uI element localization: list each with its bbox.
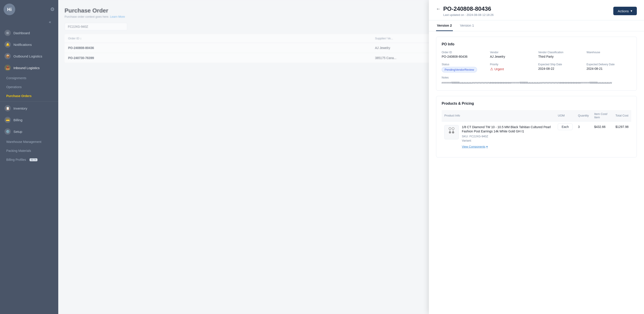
collapse-icon[interactable]: « — [45, 18, 55, 26]
product-info-cell: 1/8 CT Diamond TW 10 - 10.5 MM Black Tah… — [442, 121, 555, 152]
dashboard-icon: ⊞ — [4, 30, 11, 36]
detail-title: PO-240808-80436 — [443, 5, 491, 12]
sidebar-item-billing-profiles[interactable]: Billing Profiles BETA — [0, 155, 58, 164]
detail-title-row: ← PO-240808-80436 — [436, 5, 494, 12]
tab-version1[interactable]: Version 1 — [459, 20, 475, 31]
product-sku: SKU: FC2JXG-940Z — [462, 135, 552, 138]
sidebar-item-label: Billing — [14, 118, 22, 122]
sidebar-item-billing[interactable]: 💳 Billing — [0, 114, 58, 126]
order-id-cell[interactable]: PO-240808-80436 — [64, 43, 371, 53]
notes-section: Notes rrrrrrrrrrttttttttttuuuuuuuuvvvvvv… — [442, 76, 631, 85]
detail-panel: ← PO-240808-80436 Last updated on : 2024… — [429, 0, 644, 314]
svg-point-5 — [452, 131, 454, 134]
product-name: 1/8 CT Diamond TW 10 - 10.5 MM Black Tah… — [462, 125, 552, 134]
sidebar-item-label: Inbound Logistics — [14, 66, 40, 70]
item-cost-value: $432.66 — [594, 125, 606, 129]
col-item-cost: Item Cost/ Item — [592, 110, 613, 122]
col-quantity: Quantity — [575, 110, 591, 122]
detail-tabs: Version 2 Version 1 — [429, 20, 644, 31]
beta-badge: BETA — [30, 158, 38, 161]
order-id-cell[interactable]: PO-240730-76399 — [64, 53, 371, 63]
sidebar-item-warehouse-management[interactable]: Warehouse Management — [0, 137, 58, 146]
detail-body: PO Info Order ID PO-240808-80436 Vendor … — [429, 31, 644, 168]
inbound-logistics-icon: 📥 — [4, 65, 11, 71]
sidebar-item-notifications[interactable]: 🔔 Notifications — [0, 39, 58, 50]
sidebar-item-inbound-logistics[interactable]: 📥 Inbound Logistics — [0, 62, 58, 74]
product-variant: Variant: — [462, 139, 552, 142]
outbound-logistics-icon: 📦 — [4, 53, 11, 59]
expected-ship-field: Expected Ship Date 2024-08-22 — [538, 63, 583, 72]
product-row: 1/8 CT Diamond TW 10 - 10.5 MM Black Tah… — [442, 121, 631, 152]
sidebar-item-label: Purchase Orders — [6, 94, 32, 98]
product-image — [444, 125, 459, 139]
po-info-grid: Order ID PO-240808-80436 Vendor AJ Jewel… — [442, 51, 631, 72]
actions-button[interactable]: Actions ▾ — [613, 7, 637, 15]
sidebar-item-dashboard[interactable]: ⊞ Dashboard — [0, 27, 58, 39]
total-cost-value: $1297.98 — [616, 125, 628, 129]
warning-icon: ⚠ — [490, 67, 493, 71]
products-pricing-title: Products & Pricing — [442, 102, 631, 106]
quantity-value: 3 — [578, 125, 580, 129]
sidebar-item-operations[interactable]: Operations — [0, 83, 58, 91]
tab-version2[interactable]: Version 2 — [436, 20, 453, 31]
chevron-down-icon: ▾ — [486, 145, 488, 148]
gear-icon[interactable]: ⚙ — [50, 6, 55, 12]
sidebar-item-inventory[interactable]: 📋 Inventory — [0, 102, 58, 114]
last-updated-text: Last updated on : 2024-08-08 12:18:26 — [443, 13, 494, 16]
sidebar-item-label: Consignments — [6, 76, 26, 80]
earring-icon — [447, 127, 456, 138]
sidebar-item-label: Packing Materials — [6, 149, 31, 153]
back-arrow-icon[interactable]: ← — [436, 6, 440, 11]
sidebar-item-label: Outbound Logistics — [14, 54, 42, 58]
sidebar: Hi ⚙ « ⊞ Dashboard 🔔 Notifications 📦 Out… — [0, 0, 58, 314]
search-input[interactable] — [64, 23, 127, 30]
vendor-classification-field: Vendor Classification Third Party — [538, 51, 583, 58]
product-quantity-cell: 3 — [575, 121, 591, 152]
sidebar-divider — [0, 101, 58, 102]
setup-icon: ⚙️ — [4, 128, 11, 135]
order-id-field: Order ID PO-240808-80436 — [442, 51, 486, 58]
sidebar-item-label: Setup — [14, 130, 22, 134]
notifications-icon: 🔔 — [4, 41, 11, 48]
expected-delivery-field: Expected Delivery Date 2024-08-21 — [587, 63, 632, 72]
sidebar-logo[interactable]: Hi — [4, 3, 15, 15]
status-field: Status PendingVendorReview — [442, 63, 486, 72]
inventory-icon: 📋 — [4, 105, 11, 111]
product-item-cost-cell: $432.66 — [592, 121, 613, 152]
vendor-field: Vendor AJ Jewelry — [490, 51, 535, 58]
svg-point-2 — [449, 131, 451, 134]
col-product-info: Product Info — [442, 110, 555, 122]
learn-more-link[interactable]: Learn More — [110, 15, 125, 18]
sidebar-item-setup[interactable]: ⚙️ Setup — [0, 126, 58, 137]
product-total-cost-cell: $1297.98 — [613, 121, 631, 152]
detail-header-left: ← PO-240808-80436 Last updated on : 2024… — [436, 5, 494, 16]
product-uom-cell: Each — [555, 121, 575, 152]
po-info-section: PO Info Order ID PO-240808-80436 Vendor … — [436, 37, 637, 91]
status-badge: PendingVendorReview — [442, 67, 477, 72]
priority-value: ⚠ Urgent — [490, 67, 535, 71]
uom-badge: Each — [558, 124, 572, 130]
main-content: Purchase Order Purchase order context go… — [58, 0, 644, 314]
sidebar-item-consignments[interactable]: Consignments — [0, 74, 58, 83]
sidebar-item-label: Notifications — [14, 43, 32, 46]
sidebar-header: Hi ⚙ — [0, 0, 58, 19]
svg-point-3 — [452, 128, 454, 130]
priority-field: Priority ⚠ Urgent — [490, 63, 535, 72]
products-table: Product Info UOM Quantity Item Cost/ Ite… — [442, 110, 631, 152]
po-info-title: PO Info — [442, 42, 631, 46]
sidebar-item-label: Warehouse Management — [6, 140, 42, 144]
sidebar-nav: ⊞ Dashboard 🔔 Notifications 📦 Outbound L… — [0, 25, 58, 166]
col-total-cost: Total Cost — [613, 110, 631, 122]
view-components-button[interactable]: View Components ▾ — [462, 145, 552, 148]
sidebar-item-packing-materials[interactable]: Packing Materials — [0, 146, 58, 155]
col-uom: UOM — [555, 110, 575, 122]
sidebar-item-purchase-orders[interactable]: Purchase Orders — [0, 91, 58, 100]
sidebar-item-label: Operations — [6, 85, 22, 89]
chevron-down-icon: ▾ — [630, 9, 632, 13]
svg-point-0 — [449, 128, 451, 130]
sidebar-item-label: Dashboard — [14, 31, 30, 35]
sidebar-item-outbound-logistics[interactable]: 📦 Outbound Logistics — [0, 50, 58, 62]
sidebar-item-label: Inventory — [14, 107, 27, 110]
sidebar-item-label: Billing Profiles — [6, 158, 26, 161]
detail-header: ← PO-240808-80436 Last updated on : 2024… — [429, 0, 644, 20]
